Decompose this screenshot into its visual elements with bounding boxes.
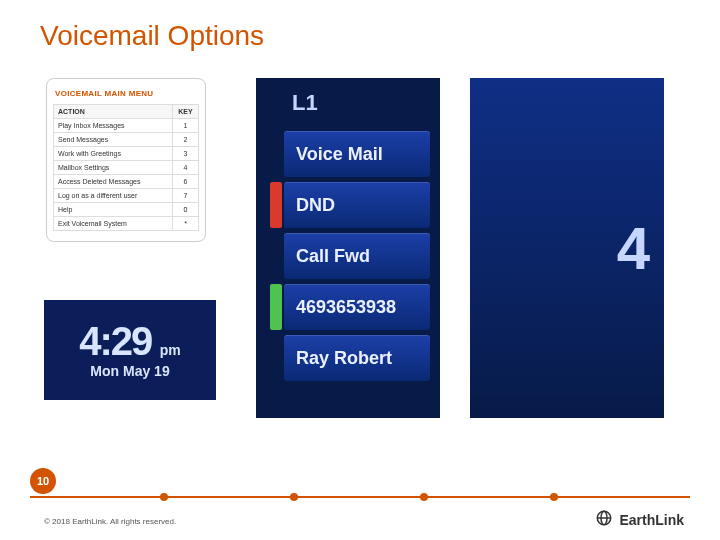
time-date: Mon May 19 bbox=[90, 363, 169, 379]
footer-dot bbox=[290, 493, 298, 501]
phone-menu-item: Voice Mail bbox=[284, 131, 430, 177]
phone-menu-label: Ray Robert bbox=[296, 348, 392, 369]
status-flag-red bbox=[270, 182, 282, 228]
action-cell: Send Messages bbox=[54, 133, 173, 147]
action-cell: Play Inbox Messages bbox=[54, 119, 173, 133]
action-cell: Help bbox=[54, 203, 173, 217]
action-cell: Mailbox Settings bbox=[54, 161, 173, 175]
key-cell: * bbox=[173, 217, 199, 231]
key-cell: 3 bbox=[173, 147, 199, 161]
col-key-header: KEY bbox=[173, 105, 199, 119]
phone-menu-item: DND bbox=[284, 182, 430, 228]
page-number-badge: 10 bbox=[30, 468, 56, 494]
key-cell: 7 bbox=[173, 189, 199, 203]
table-row: Send Messages2 bbox=[54, 133, 199, 147]
voicemail-menu-table: ACTION KEY Play Inbox Messages1 Send Mes… bbox=[53, 104, 199, 231]
footer-dot bbox=[420, 493, 428, 501]
action-cell: Access Deleted Messages bbox=[54, 175, 173, 189]
table-row: Access Deleted Messages6 bbox=[54, 175, 199, 189]
status-flag-green bbox=[270, 284, 282, 330]
phone-right-photo: 4 bbox=[470, 78, 664, 418]
phone-menu-label: DND bbox=[296, 195, 335, 216]
table-row: Log on as a different user7 bbox=[54, 189, 199, 203]
copyright-text: © 2018 EarthLink. All rights reserved. bbox=[44, 517, 176, 526]
phone-menu-header: L1 bbox=[256, 86, 430, 126]
brand-logo: EarthLink bbox=[595, 509, 684, 530]
phone-menu-item: Call Fwd bbox=[284, 233, 430, 279]
key-cell: 2 bbox=[173, 133, 199, 147]
table-row: Mailbox Settings4 bbox=[54, 161, 199, 175]
right-photo-glyph: 4 bbox=[617, 214, 650, 283]
time-value: 4:29 bbox=[79, 319, 151, 363]
phone-menu-photo: L1 Voice Mail DND Call Fwd 4693653938 Ra… bbox=[256, 78, 440, 418]
globe-icon bbox=[595, 509, 613, 530]
key-cell: 4 bbox=[173, 161, 199, 175]
phone-menu-label: 4693653938 bbox=[296, 297, 396, 318]
footer-divider bbox=[30, 496, 690, 498]
slide-title: Voicemail Options bbox=[40, 20, 264, 52]
phone-menu-label: Call Fwd bbox=[296, 246, 370, 267]
table-row: Work with Greetings3 bbox=[54, 147, 199, 161]
table-row: Exit Voicemail System* bbox=[54, 217, 199, 231]
phone-menu-item: Ray Robert bbox=[284, 335, 430, 381]
action-cell: Exit Voicemail System bbox=[54, 217, 173, 231]
action-cell: Log on as a different user bbox=[54, 189, 173, 203]
voicemail-menu-card: VOICEMAIL MAIN MENU ACTION KEY Play Inbo… bbox=[46, 78, 206, 242]
key-cell: 0 bbox=[173, 203, 199, 217]
phone-menu-label: Voice Mail bbox=[296, 144, 383, 165]
phone-time-photo: 4:29 pm Mon May 19 bbox=[44, 300, 216, 400]
phone-menu-item: 4693653938 bbox=[284, 284, 430, 330]
footer-dot bbox=[550, 493, 558, 501]
col-action-header: ACTION bbox=[54, 105, 173, 119]
voicemail-menu-heading: VOICEMAIL MAIN MENU bbox=[53, 85, 199, 104]
key-cell: 6 bbox=[173, 175, 199, 189]
brand-name: EarthLink bbox=[619, 512, 684, 528]
time-ampm: pm bbox=[160, 342, 181, 358]
footer-dot bbox=[160, 493, 168, 501]
key-cell: 1 bbox=[173, 119, 199, 133]
table-row: Help0 bbox=[54, 203, 199, 217]
table-row: Play Inbox Messages1 bbox=[54, 119, 199, 133]
action-cell: Work with Greetings bbox=[54, 147, 173, 161]
